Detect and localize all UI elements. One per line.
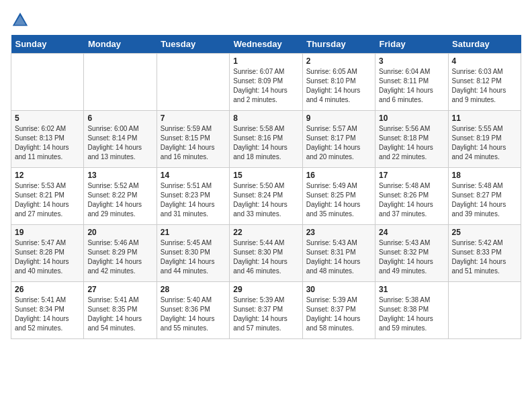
day-info: Sunrise: 5:47 AM Sunset: 8:28 PM Dayligh… [15, 238, 80, 276]
calendar-cell: 6Sunrise: 6:00 AM Sunset: 8:14 PM Daylig… [84, 111, 157, 168]
day-info: Sunrise: 5:56 AM Sunset: 8:18 PM Dayligh… [379, 124, 444, 162]
calendar-cell: 1Sunrise: 6:07 AM Sunset: 8:09 PM Daylig… [230, 54, 302, 111]
day-info: Sunrise: 5:43 AM Sunset: 8:32 PM Dayligh… [379, 238, 444, 276]
calendar-cell: 22Sunrise: 5:44 AM Sunset: 8:30 PM Dayli… [230, 225, 302, 282]
day-info: Sunrise: 6:04 AM Sunset: 8:11 PM Dayligh… [379, 67, 444, 105]
day-info: Sunrise: 6:05 AM Sunset: 8:10 PM Dayligh… [306, 67, 371, 105]
day-info: Sunrise: 5:51 AM Sunset: 8:23 PM Dayligh… [161, 181, 226, 219]
day-number: 12 [15, 171, 80, 180]
calendar-cell [448, 282, 521, 339]
calendar-cell: 15Sunrise: 5:50 AM Sunset: 8:24 PM Dayli… [230, 168, 302, 225]
day-info: Sunrise: 5:53 AM Sunset: 8:21 PM Dayligh… [15, 181, 80, 219]
calendar-cell: 9Sunrise: 5:57 AM Sunset: 8:17 PM Daylig… [302, 111, 375, 168]
day-number: 18 [452, 171, 517, 180]
day-info: Sunrise: 5:46 AM Sunset: 8:29 PM Dayligh… [87, 238, 152, 276]
day-number: 3 [379, 56, 444, 66]
day-info: Sunrise: 6:07 AM Sunset: 8:09 PM Dayligh… [233, 67, 298, 105]
calendar-cell: 24Sunrise: 5:43 AM Sunset: 8:32 PM Dayli… [375, 225, 448, 282]
calendar-cell: 30Sunrise: 5:39 AM Sunset: 8:37 PM Dayli… [302, 282, 375, 339]
day-info: Sunrise: 5:39 AM Sunset: 8:37 PM Dayligh… [233, 295, 298, 333]
day-number: 26 [15, 285, 80, 294]
header-monday: Monday [84, 35, 157, 54]
calendar-cell: 3Sunrise: 6:04 AM Sunset: 8:11 PM Daylig… [375, 54, 448, 111]
day-number: 13 [87, 171, 152, 180]
week-row-2: 5Sunrise: 6:02 AM Sunset: 8:13 PM Daylig… [11, 111, 521, 168]
calendar-cell [11, 54, 84, 111]
day-number: 4 [452, 56, 517, 66]
day-info: Sunrise: 5:41 AM Sunset: 8:34 PM Dayligh… [15, 295, 80, 333]
day-number: 6 [87, 113, 152, 123]
calendar-table: SundayMondayTuesdayWednesdayThursdayFrid… [11, 35, 521, 339]
day-number: 21 [161, 228, 226, 237]
day-number: 14 [161, 171, 226, 180]
day-number: 24 [379, 228, 444, 237]
day-number: 23 [306, 228, 371, 237]
calendar-cell: 17Sunrise: 5:48 AM Sunset: 8:26 PM Dayli… [375, 168, 448, 225]
calendar-cell: 8Sunrise: 5:58 AM Sunset: 8:16 PM Daylig… [230, 111, 302, 168]
day-info: Sunrise: 5:49 AM Sunset: 8:25 PM Dayligh… [306, 181, 371, 219]
day-number: 17 [379, 171, 444, 180]
day-number: 7 [161, 113, 226, 123]
week-row-3: 12Sunrise: 5:53 AM Sunset: 8:21 PM Dayli… [11, 168, 521, 225]
day-number: 27 [87, 285, 152, 294]
day-info: Sunrise: 5:57 AM Sunset: 8:17 PM Dayligh… [306, 124, 371, 162]
calendar-cell: 27Sunrise: 5:41 AM Sunset: 8:35 PM Dayli… [84, 282, 157, 339]
calendar-cell: 29Sunrise: 5:39 AM Sunset: 8:37 PM Dayli… [230, 282, 302, 339]
day-info: Sunrise: 5:39 AM Sunset: 8:37 PM Dayligh… [306, 295, 371, 333]
calendar-cell: 20Sunrise: 5:46 AM Sunset: 8:29 PM Dayli… [84, 225, 157, 282]
week-row-5: 26Sunrise: 5:41 AM Sunset: 8:34 PM Dayli… [11, 282, 521, 339]
day-info: Sunrise: 5:44 AM Sunset: 8:30 PM Dayligh… [233, 238, 298, 276]
week-row-4: 19Sunrise: 5:47 AM Sunset: 8:28 PM Dayli… [11, 225, 521, 282]
header [11, 11, 521, 30]
day-info: Sunrise: 5:52 AM Sunset: 8:22 PM Dayligh… [87, 181, 152, 219]
day-number: 9 [306, 113, 371, 123]
day-info: Sunrise: 5:48 AM Sunset: 8:27 PM Dayligh… [452, 181, 517, 219]
logo [11, 11, 32, 30]
calendar-cell: 16Sunrise: 5:49 AM Sunset: 8:25 PM Dayli… [302, 168, 375, 225]
day-info: Sunrise: 5:38 AM Sunset: 8:38 PM Dayligh… [379, 295, 444, 333]
calendar-cell: 13Sunrise: 5:52 AM Sunset: 8:22 PM Dayli… [84, 168, 157, 225]
day-number: 15 [233, 171, 298, 180]
header-tuesday: Tuesday [157, 35, 229, 54]
day-info: Sunrise: 6:03 AM Sunset: 8:12 PM Dayligh… [452, 67, 517, 105]
day-info: Sunrise: 5:40 AM Sunset: 8:36 PM Dayligh… [161, 295, 226, 333]
day-number: 30 [306, 285, 371, 294]
day-info: Sunrise: 5:55 AM Sunset: 8:19 PM Dayligh… [452, 124, 517, 162]
day-number: 19 [15, 228, 80, 237]
day-info: Sunrise: 5:50 AM Sunset: 8:24 PM Dayligh… [233, 181, 298, 219]
header-friday: Friday [375, 35, 448, 54]
calendar-cell: 28Sunrise: 5:40 AM Sunset: 8:36 PM Dayli… [157, 282, 229, 339]
calendar-cell: 5Sunrise: 6:02 AM Sunset: 8:13 PM Daylig… [11, 111, 84, 168]
calendar-cell [157, 54, 229, 111]
calendar-cell [84, 54, 157, 111]
calendar-cell: 10Sunrise: 5:56 AM Sunset: 8:18 PM Dayli… [375, 111, 448, 168]
day-info: Sunrise: 6:02 AM Sunset: 8:13 PM Dayligh… [15, 124, 80, 162]
calendar-cell: 14Sunrise: 5:51 AM Sunset: 8:23 PM Dayli… [157, 168, 229, 225]
header-saturday: Saturday [448, 35, 521, 54]
day-number: 10 [379, 113, 444, 123]
day-info: Sunrise: 5:48 AM Sunset: 8:26 PM Dayligh… [379, 181, 444, 219]
calendar-cell: 26Sunrise: 5:41 AM Sunset: 8:34 PM Dayli… [11, 282, 84, 339]
calendar-cell: 31Sunrise: 5:38 AM Sunset: 8:38 PM Dayli… [375, 282, 448, 339]
day-info: Sunrise: 5:45 AM Sunset: 8:30 PM Dayligh… [161, 238, 226, 276]
day-number: 20 [87, 228, 152, 237]
day-number: 1 [233, 56, 298, 66]
day-info: Sunrise: 5:59 AM Sunset: 8:15 PM Dayligh… [161, 124, 226, 162]
day-number: 22 [233, 228, 298, 237]
calendar-cell: 2Sunrise: 6:05 AM Sunset: 8:10 PM Daylig… [302, 54, 375, 111]
day-number: 8 [233, 113, 298, 123]
header-sunday: Sunday [11, 35, 84, 54]
day-number: 16 [306, 171, 371, 180]
day-info: Sunrise: 5:41 AM Sunset: 8:35 PM Dayligh… [87, 295, 152, 333]
day-info: Sunrise: 5:43 AM Sunset: 8:31 PM Dayligh… [306, 238, 371, 276]
calendar-cell: 23Sunrise: 5:43 AM Sunset: 8:31 PM Dayli… [302, 225, 375, 282]
day-number: 28 [161, 285, 226, 294]
day-info: Sunrise: 6:00 AM Sunset: 8:14 PM Dayligh… [87, 124, 152, 162]
header-thursday: Thursday [302, 35, 375, 54]
calendar-cell: 18Sunrise: 5:48 AM Sunset: 8:27 PM Dayli… [448, 168, 521, 225]
calendar-cell: 19Sunrise: 5:47 AM Sunset: 8:28 PM Dayli… [11, 225, 84, 282]
calendar-cell: 11Sunrise: 5:55 AM Sunset: 8:19 PM Dayli… [448, 111, 521, 168]
calendar-cell: 7Sunrise: 5:59 AM Sunset: 8:15 PM Daylig… [157, 111, 229, 168]
header-wednesday: Wednesday [230, 35, 302, 54]
calendar-cell: 4Sunrise: 6:03 AM Sunset: 8:12 PM Daylig… [448, 54, 521, 111]
